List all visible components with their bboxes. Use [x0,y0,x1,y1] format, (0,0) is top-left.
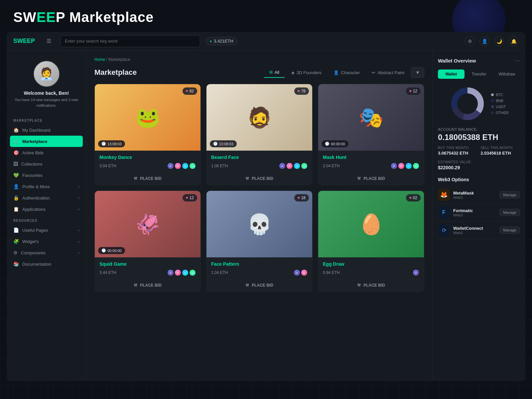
wallet-tab-withdraw[interactable]: Withdraw [493,69,520,79]
top-nav: SWEEP ☰ ● 3,421ETH ⚙ 👤 🌙 🔔 [7,32,525,51]
web3-walletconnect: ⟳ WalletConnect Web3 Manage [438,221,520,239]
estimated-label: ESTIMATED VALUE: [438,160,520,164]
timer-value-mask: 00:00:00 [331,142,345,146]
nft-name-mask: Mask Hunt [323,155,419,160]
banner-orb [452,0,505,32]
logo-s: S [13,38,17,44]
legend-label-usdt: USDT [496,105,506,109]
nft-price-face: 1.04 ETH [211,270,228,275]
search-input[interactable] [65,39,196,44]
sidebar-item-collections[interactable]: 🖼 Collections [7,158,86,170]
tiny-avatar: C [294,163,300,169]
place-bid-face[interactable]: ⚒ PLACE BID [211,279,308,288]
tab-abstract-paint[interactable]: ✏ Abstract Paint [366,68,410,77]
clock-icon: 🕐 [325,142,330,146]
sidebar-item-active-bids[interactable]: 🎯 Active Bids [7,147,86,158]
logo-weep: WEEP [17,38,35,44]
tiny-avatar: C [182,269,189,276]
page-title: Marketplace [94,68,137,77]
fortmatic-info: Fortmatic Web3 [453,208,473,217]
buy-sell-row: BUY THIS MONTH 3.0675432 ETH SELL THIS M… [438,146,520,156]
sidebar-item-applications[interactable]: 📋 Applications › [7,203,86,215]
tab-character-label: Character [341,70,360,75]
wallet-tab-transfer[interactable]: Transfer [466,69,492,79]
bid-icon: ⚒ [134,283,137,288]
nft-timer-monkey: 🕐 13:08:03 [98,140,125,147]
buy-label: BUY THIS MONTH [438,146,477,150]
nft-likes-mask: 12 [413,89,417,93]
settings-icon[interactable]: ⚙ [465,36,475,46]
estimated-value: $22000.29 [438,165,520,170]
sidebar-label-collections: Collections [21,162,43,167]
nft-likes-egg: 02 [413,196,417,200]
nav-icons-right: ⚙ 👤 🌙 🔔 [465,36,519,46]
search-wrapper [61,35,200,47]
sidebar-item-marketplace[interactable]: 🛒 Marketplace [10,136,83,147]
useful-pages-icon: 📄 [13,227,19,233]
nft-card-mask-hunt: 🎭 ♥ 12 🕐 00:00:00 Mask Hunt 2 [318,84,424,185]
place-bid-label: PLACE BID [140,283,162,288]
notification-icon[interactable]: 🔔 [509,36,519,46]
timer-value-monkey: 13:08:03 [107,142,122,146]
sidebar-item-useful-pages[interactable]: 📄 Useful Pages › [7,224,86,236]
applications-icon: 📋 [13,206,19,212]
nft-likes-monkey: 82 [190,89,194,93]
eth-badge: ● 3,421ETH [205,37,238,45]
sidebar-item-favourites[interactable]: 💚 Favourites [7,170,86,181]
walletconnect-name: WalletConnect [453,226,483,231]
breadcrumb-home[interactable]: Home [94,57,105,62]
nft-avatars-beaerd: A B C D [279,163,308,169]
place-bid-squid[interactable]: ⚒ PLACE BID [99,279,196,288]
timer-value-beaerd: 13:08:03 [219,142,233,146]
sidebar-item-authentication[interactable]: 🔒 Authentication › [7,192,86,203]
nft-like-monkey: ♥ 82 [183,87,197,95]
sidebar-item-dashboard[interactable]: 🏠 My Dashboard [7,124,86,136]
metamask-name: MetaMask [453,191,474,196]
metamask-manage-button[interactable]: Manage [499,191,520,199]
place-bid-egg[interactable]: ⚒ PLACE BID [323,279,419,288]
place-bid-monkey[interactable]: ⚒ PLACE BID [99,173,196,181]
resources-section-label: RESOURCES [7,215,86,224]
fortmatic-sub: Web3 [453,213,473,217]
heart-icon: ♥ [409,89,412,93]
nft-card-squid-game: 🦑 ♥ 12 🕐 00:00:00 Squid Game [94,191,201,292]
sidebar-item-components[interactable]: ⚙ Components › [7,247,86,258]
nft-timer-squid: 🕐 00:00:00 [98,247,125,254]
timer-value-squid: 00:00:00 [107,249,122,253]
place-bid-mask[interactable]: ⚒ PLACE BID [323,173,419,181]
metamask-icon: 🦊 [438,189,450,201]
tab-3d-founders[interactable]: ◈ 3D Founders [286,68,327,77]
tab-all[interactable]: ⊞ All [264,67,285,78]
filter-button[interactable]: ▼ [411,67,424,78]
sidebar-item-widgets[interactable]: 🧩 Widget's › [7,236,86,247]
banner-sw: SW [13,9,37,25]
place-bid-label: PLACE BID [252,176,273,181]
walletconnect-manage-button[interactable]: Manage [499,226,520,234]
sidebar-item-documentation[interactable]: 📚 Documentation [7,258,86,270]
nft-avatars-face: A B [294,269,308,276]
more-icon[interactable]: ··· [515,57,520,64]
web3-title: Web3 Options [438,177,520,182]
tab-character[interactable]: 👤 Character [328,68,365,77]
wallet-tab-wallet[interactable]: Wallet [438,69,465,79]
breadcrumb-current: Marketplace [108,57,130,62]
fortmatic-manage-button[interactable]: Manage [499,209,520,216]
nft-like-face: ♥ 18 [294,194,309,201]
tab-all-label: All [275,70,279,75]
user-icon[interactable]: 👤 [479,36,489,46]
bid-icon: ⚒ [134,176,137,181]
place-bid-beaerd[interactable]: ⚒ PLACE BID [211,173,308,181]
nft-info-beaerd: Beaerd Face 1.06 ETH A B C D ⚒ [206,151,312,185]
hamburger-icon[interactable]: ☰ [47,38,51,44]
avatar: 🧑‍💼 [33,61,60,87]
tiny-avatar: B [301,269,308,276]
tiny-avatar: A [391,163,397,169]
nft-card-beaerd-face: 🧔 ♥ 78 🕐 13:08:03 Beaerd Face [206,84,313,185]
place-bid-label: PLACE BID [363,283,385,288]
tiny-avatar: A [167,163,174,169]
sidebar-item-profile[interactable]: 👤 Profile & More › [7,181,86,192]
user-sub-text: You have 14 new messages and 3 new notif… [12,97,81,108]
moon-icon[interactable]: 🌙 [494,36,504,46]
buy-item: BUY THIS MONTH 3.0675432 ETH [438,146,477,156]
nft-like-egg: ♥ 02 [406,194,421,201]
